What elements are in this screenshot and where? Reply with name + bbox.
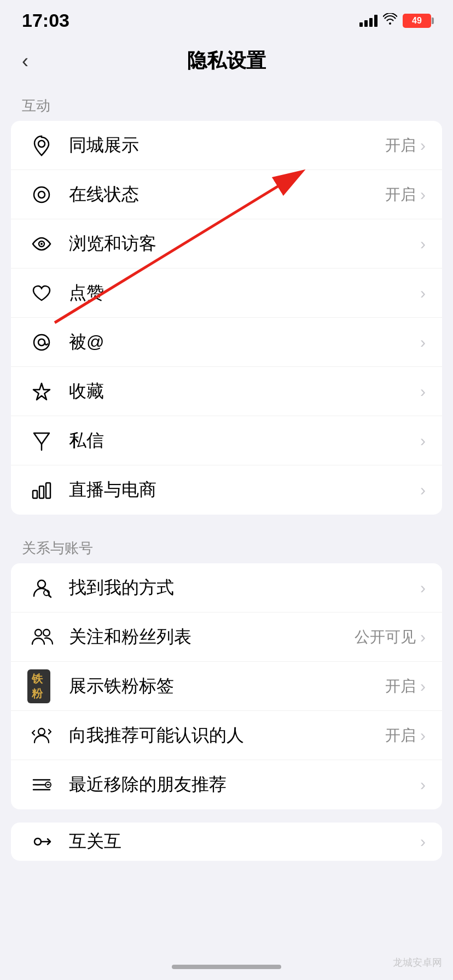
browse-label: 浏览和访客: [69, 232, 418, 256]
collect-chevron: ›: [418, 382, 426, 401]
svg-point-22: [34, 838, 41, 845]
list-item-follow[interactable]: 关注和粉丝列表 公开可见 ›: [11, 612, 442, 662]
relation-card: 找到我的方式 › 关注和粉丝列表 公开可见 › 铁粉 展示铁粉标签 开启 ›: [11, 563, 442, 809]
live-chevron: ›: [418, 481, 426, 499]
list-item-tongcheng[interactable]: 同城展示 开启 ›: [11, 121, 442, 170]
section-header-relation: 关系与账号: [0, 528, 453, 563]
mention-chevron: ›: [418, 333, 426, 352]
page-title: 隐私设置: [187, 48, 266, 74]
list-item-find[interactable]: 找到我的方式 ›: [11, 563, 442, 612]
svg-point-16: [38, 728, 45, 735]
svg-rect-10: [46, 483, 50, 498]
more-items-card: 互关互 ›: [11, 822, 442, 861]
removed-chevron: ›: [418, 775, 426, 794]
removed-label: 最近移除的朋友推荐: [69, 773, 418, 797]
recommend-label: 向我推荐可能认识的人: [69, 724, 385, 748]
list-item-partial[interactable]: 互关互 ›: [11, 822, 442, 861]
message-label: 私信: [69, 429, 418, 453]
home-indicator: [172, 965, 281, 969]
online-icon: [27, 180, 56, 209]
list-item-message[interactable]: 私信 ›: [11, 416, 442, 465]
recommend-icon: [27, 721, 56, 750]
collect-label: 收藏: [69, 380, 418, 404]
follow-label: 关注和粉丝列表: [69, 625, 355, 649]
svg-line-13: [49, 595, 51, 597]
list-item-recommend[interactable]: 向我推荐可能认识的人 开启 ›: [11, 711, 442, 760]
chart-icon: [27, 476, 56, 504]
svg-point-11: [38, 580, 45, 588]
svg-rect-8: [33, 491, 37, 498]
mention-label: 被@: [69, 330, 418, 354]
header: ‹ 隐私设置: [0, 37, 453, 85]
tongcheng-label: 同城展示: [69, 133, 385, 158]
at-icon: [27, 328, 56, 357]
list-item-browse[interactable]: 浏览和访客 ›: [11, 219, 442, 269]
heart-icon: [27, 279, 56, 307]
list-item-online[interactable]: 在线状态 开启 ›: [11, 170, 442, 219]
status-bar: 17:03 49: [0, 0, 453, 37]
back-button[interactable]: ‹: [22, 50, 28, 73]
find-chevron: ›: [418, 579, 426, 597]
list-item-like[interactable]: 点赞 ›: [11, 269, 442, 318]
section-header-interaction: 互动: [0, 85, 453, 121]
recommend-status: 开启 ›: [385, 725, 426, 746]
message-icon: [27, 427, 56, 455]
signal-icon: [359, 15, 378, 27]
removed-icon: [27, 771, 56, 799]
list-item-mention[interactable]: 被@ ›: [11, 318, 442, 367]
svg-point-15: [43, 629, 50, 636]
time-display: 17:03: [22, 10, 69, 31]
partial-chevron: ›: [418, 832, 426, 851]
live-label: 直播与电商: [69, 478, 418, 502]
svg-rect-9: [39, 486, 44, 498]
battery-icon: 49: [403, 14, 431, 28]
browse-chevron: ›: [418, 235, 426, 253]
follow-status: 公开可见 ›: [355, 627, 426, 648]
tongcheng-status: 开启 ›: [385, 135, 426, 156]
watermark: 龙城安卓网: [393, 956, 442, 969]
svg-point-2: [38, 191, 45, 198]
message-chevron: ›: [418, 431, 426, 450]
wifi-icon: [383, 13, 397, 28]
partial-label: 互关互: [69, 830, 418, 854]
eye-icon: [27, 230, 56, 258]
online-status: 开启 ›: [385, 184, 426, 205]
svg-point-6: [38, 339, 45, 346]
tiefan-icon: 铁粉: [27, 672, 56, 701]
partial-icon: [27, 827, 56, 856]
svg-point-4: [40, 243, 43, 245]
list-item-collect[interactable]: 收藏 ›: [11, 367, 442, 416]
svg-point-1: [34, 187, 49, 202]
tiefan-status: 开启 ›: [385, 676, 426, 697]
list-item-tiefan[interactable]: 铁粉 展示铁粉标签 开启 ›: [11, 662, 442, 711]
list-item-removed[interactable]: 最近移除的朋友推荐 ›: [11, 760, 442, 809]
find-label: 找到我的方式: [69, 576, 418, 600]
star-icon: [27, 377, 56, 406]
list-item-live[interactable]: 直播与电商 ›: [11, 465, 442, 515]
find-me-icon: [27, 574, 56, 602]
online-label: 在线状态: [69, 183, 385, 207]
svg-point-5: [34, 335, 49, 350]
people-icon: [27, 623, 56, 651]
like-label: 点赞: [69, 281, 418, 305]
location-icon: [27, 131, 56, 160]
svg-point-0: [38, 141, 45, 147]
tiefan-label: 展示铁粉标签: [69, 674, 385, 698]
status-icons: 49: [359, 13, 431, 28]
interaction-card: 同城展示 开启 › 在线状态 开启 › 浏览和访客 ›: [11, 121, 442, 515]
like-chevron: ›: [418, 284, 426, 302]
svg-point-14: [35, 629, 42, 636]
